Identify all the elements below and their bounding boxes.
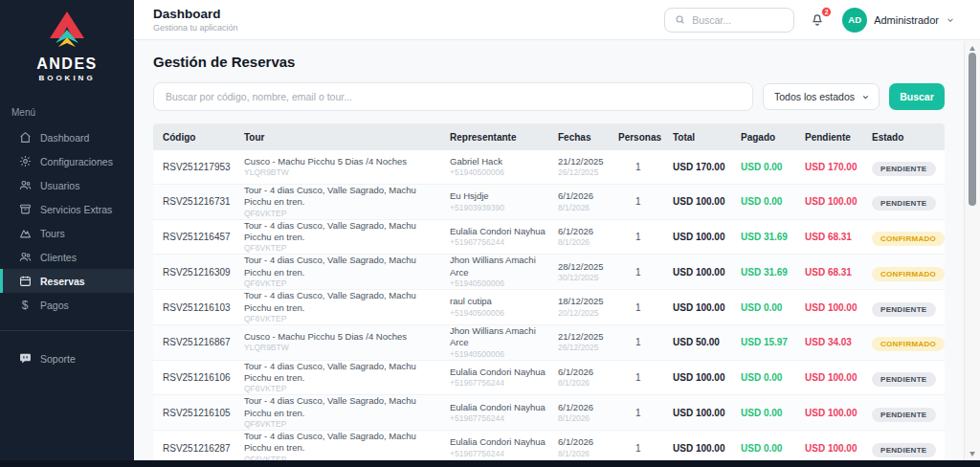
date-start: 6/1/2026 <box>558 190 609 202</box>
column-header-pendiente: Pendiente <box>805 132 872 143</box>
dates-cell: 18/12/2025 20/12/2025 <box>558 296 618 318</box>
table-row[interactable]: RSV251216287 Tour - 4 dias Cusco, Valle … <box>153 431 945 460</box>
calendar-icon <box>18 275 32 288</box>
sidebar-item-dashboard[interactable]: Dashboard <box>0 125 134 149</box>
representative-name: Eulalia Condori Nayhua <box>450 226 548 237</box>
tour-cell: Tour - 4 dias Cusco, Valle Sagrado, Mach… <box>244 185 450 219</box>
table-header-row: Código Tour Representante Fechas Persona… <box>153 123 945 150</box>
table-row[interactable]: RSV251216103 Tour - 4 dias Cusco, Valle … <box>153 290 945 325</box>
representative-phone: +51967756244 <box>450 413 548 424</box>
user-menu[interactable]: AD Administrador <box>842 8 955 33</box>
search-button[interactable]: Buscar <box>889 83 945 110</box>
representative-cell: raul cutipa +51940500006 <box>450 296 558 318</box>
total-amount: USD 100.00 <box>673 196 741 207</box>
app-window: ANDES BOOKING Menú Dashboard Configuraci… <box>0 0 980 467</box>
representative-phone: +51967756244 <box>450 378 548 389</box>
table-row[interactable]: RSV251216309 Tour - 4 dias Cusco, Valle … <box>153 255 945 290</box>
status-cell: CONFIRMADO <box>872 263 945 281</box>
status-cell: PENDIENTE <box>872 299 945 317</box>
chat-support-icon <box>18 352 32 366</box>
scrollbar-thumb[interactable] <box>969 53 976 206</box>
scroll-down-arrow-icon[interactable] <box>965 448 980 459</box>
top-bar: Dashboard Gestiona tu aplicación 2 AD Ad… <box>134 0 980 40</box>
table-row[interactable]: RSV251217953 Cusco - Machu Picchu 5 Dias… <box>153 150 945 185</box>
sidebar-item-label: Pagos <box>40 300 69 311</box>
status-badge: CONFIRMADO <box>872 267 945 281</box>
persons-count: 1 <box>618 232 673 242</box>
mountain-logo-icon <box>45 11 89 50</box>
date-end: 8/1/2026 <box>558 413 609 424</box>
table-body: RSV251217953 Cusco - Machu Picchu 5 Dias… <box>153 150 945 460</box>
reservation-search-input[interactable] <box>166 91 741 102</box>
sidebar-item-usuarios[interactable]: Usuarios <box>0 173 134 197</box>
paid-amount: USD 0.00 <box>741 443 805 454</box>
paid-amount: USD 0.00 <box>741 408 805 418</box>
representative-phone: +51903939390 <box>450 203 548 213</box>
sidebar-item-tours[interactable]: Tours <box>0 221 134 245</box>
representative-cell: Eulalia Condori Nayhua +51967756244 <box>450 436 558 458</box>
table-row[interactable]: RSV251216731 Tour - 4 dias Cusco, Valle … <box>153 185 945 220</box>
representative-name: Eu Hsjdje <box>450 190 548 202</box>
table-row[interactable]: RSV251216457 Tour - 4 dias Cusco, Valle … <box>153 220 945 256</box>
sidebar-divider <box>0 330 134 331</box>
sidebar-item-soporte[interactable]: Soporte <box>0 346 134 370</box>
sidebar-item-servicios-extras[interactable]: Servicios Extras <box>0 197 134 221</box>
tour-name: Tour - 4 dias Cusco, Valle Sagrado, Mach… <box>244 395 440 419</box>
pending-amount: USD 100.00 <box>805 302 872 313</box>
pending-amount: USD 100.00 <box>805 372 872 383</box>
dates-cell: 6/1/2026 8/1/2026 <box>558 436 618 458</box>
notifications-button[interactable]: 2 <box>810 11 827 29</box>
tour-cell: Cusco - Machu Picchu 5 Dias /4 Noches YL… <box>244 156 450 178</box>
status-cell: PENDIENTE <box>872 439 945 457</box>
paid-amount: USD 0.00 <box>741 162 805 172</box>
reservation-search <box>153 82 753 111</box>
tour-name: Tour - 4 dias Cusco, Valle Sagrado, Mach… <box>244 290 440 314</box>
date-start: 6/1/2026 <box>558 402 609 413</box>
paid-amount: USD 31.69 <box>741 232 805 242</box>
status-filter-select[interactable]: Todos los estados <box>763 83 880 110</box>
sidebar-item-configuraciones[interactable]: Configuraciones <box>0 149 134 173</box>
representative-name: Eulalia Condori Nayhua <box>450 367 548 378</box>
representative-name: raul cutipa <box>450 296 548 307</box>
table-row[interactable]: RSV251216105 Tour - 4 dias Cusco, Valle … <box>153 395 945 431</box>
date-end: 30/12/2025 <box>558 273 609 283</box>
pending-amount: USD 100.00 <box>805 408 872 418</box>
sidebar-item-label: Servicios Extras <box>40 204 112 215</box>
vertical-scrollbar[interactable] <box>964 41 980 460</box>
column-header-pagado: Pagado <box>741 132 805 143</box>
representative-name: Gabriel Hack <box>450 156 548 167</box>
tour-name: Tour - 4 dias Cusco, Valle Sagrado, Mach… <box>244 185 440 209</box>
tour-name: Cusco - Machu Picchu 5 Dias /4 Noches <box>244 156 440 167</box>
sidebar-item-label: Soporte <box>40 353 76 365</box>
representative-phone: +51967756244 <box>450 237 548 248</box>
persons-count: 1 <box>618 408 673 418</box>
date-start: 21/12/2025 <box>558 331 609 343</box>
tour-cell: Tour - 4 dias Cusco, Valle Sagrado, Mach… <box>244 255 450 289</box>
reservation-code: RSV251216457 <box>163 232 244 242</box>
status-badge: PENDIENTE <box>872 372 936 387</box>
tour-cell: Tour - 4 dias Cusco, Valle Sagrado, Mach… <box>244 361 450 395</box>
total-amount: USD 100.00 <box>673 232 741 242</box>
dates-cell: 21/12/2025 26/12/2025 <box>558 156 618 178</box>
sidebar-item-pagos[interactable]: $ Pagos <box>0 293 134 317</box>
sidebar-item-clientes[interactable]: Clientes <box>0 245 134 269</box>
tour-name: Tour - 4 dias Cusco, Valle Sagrado, Mach… <box>244 220 440 244</box>
status-filter-value: Todos los estados <box>774 91 855 102</box>
tour-code: QF6VKTEP <box>244 384 440 394</box>
table-row[interactable]: RSV251216867 Cusco - Machu Picchu 5 Dias… <box>153 325 945 361</box>
representative-cell: Eulalia Condori Nayhua +51967756244 <box>450 367 558 389</box>
menu-section-label: Menú <box>0 82 134 125</box>
date-start: 21/12/2025 <box>558 156 609 167</box>
header-actions: 2 AD Administrador <box>664 8 955 33</box>
dates-cell: 28/12/2025 30/12/2025 <box>558 261 618 283</box>
global-search-input[interactable] <box>692 14 784 26</box>
table-row[interactable]: RSV251216106 Tour - 4 dias Cusco, Valle … <box>153 361 945 396</box>
sidebar-item-reservas[interactable]: Reservas <box>0 269 134 293</box>
column-header-codigo: Código <box>163 132 244 143</box>
sidebar-item-label: Tours <box>40 228 65 239</box>
paid-amount: USD 0.00 <box>741 302 805 313</box>
status-badge: PENDIENTE <box>872 302 936 317</box>
status-cell: PENDIENTE <box>872 368 945 387</box>
chevron-down-icon <box>861 93 870 101</box>
tour-code: QF6VKTEP <box>244 209 440 219</box>
